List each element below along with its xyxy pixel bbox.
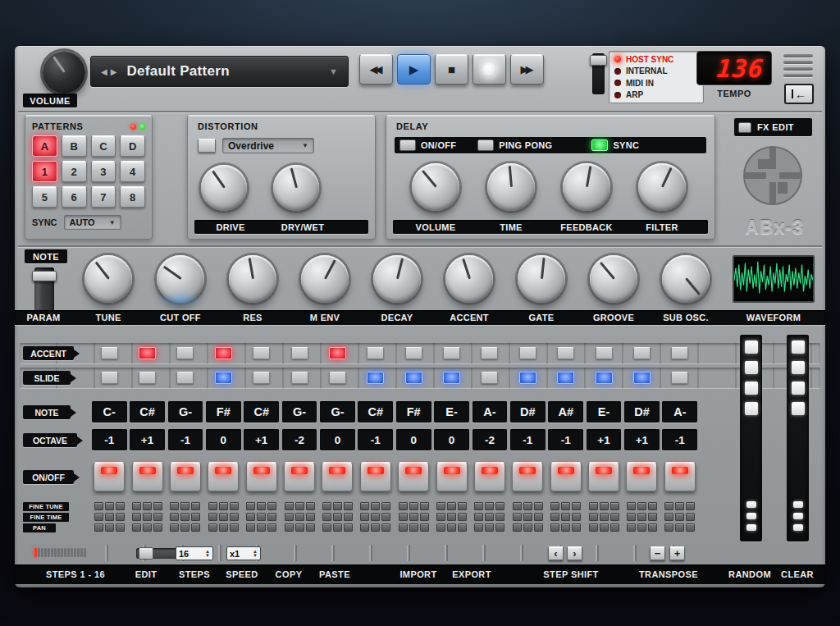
knob-tune[interactable] — [84, 255, 132, 303]
pan-cell-4[interactable] — [208, 523, 217, 532]
fine-time-cell-15[interactable] — [627, 513, 636, 521]
octave-step-11[interactable]: -2 — [472, 429, 508, 450]
accent-step-6[interactable] — [291, 347, 308, 359]
octave-step-15[interactable]: +1 — [624, 429, 660, 450]
pattern-pad-7[interactable]: 7 — [91, 186, 116, 208]
accent-step-5[interactable] — [253, 347, 270, 359]
fine-time-cell-2[interactable] — [132, 513, 141, 521]
bar-square[interactable] — [792, 402, 805, 415]
pan-cell-7[interactable] — [344, 523, 353, 532]
pan-cell-5[interactable] — [246, 523, 255, 532]
note-step-10[interactable]: E- — [434, 401, 469, 423]
fine-time-cell-4[interactable] — [230, 513, 239, 521]
pattern-selector[interactable]: ◀ ▶ Default Pattern ▼ — [90, 56, 349, 87]
note-step-3[interactable]: G- — [168, 401, 203, 423]
knob-accent[interactable] — [445, 255, 493, 303]
slide-step-16[interactable] — [671, 372, 688, 384]
random-button[interactable]: RANDOM — [728, 569, 771, 579]
pan-cell-12[interactable] — [513, 523, 522, 532]
pan-cell-6[interactable] — [295, 523, 304, 532]
note-step-14[interactable]: E- — [587, 401, 622, 423]
slide-step-15[interactable] — [633, 372, 651, 384]
slide-step-4[interactable] — [215, 372, 232, 384]
pattern-pad-1[interactable]: 1 — [32, 161, 57, 182]
caret-down-icon[interactable]: ▼ — [205, 554, 210, 558]
fine-time-cell-7[interactable] — [322, 513, 331, 521]
sync-mode-slider-handle[interactable] — [590, 55, 607, 66]
fine-time-cell-6[interactable] — [306, 513, 315, 521]
bar-square[interactable] — [745, 382, 758, 395]
onoff-step-4[interactable] — [208, 462, 239, 491]
bar-square-small[interactable] — [793, 513, 803, 519]
slide-step-2[interactable] — [139, 372, 156, 384]
fine-time-cell-11[interactable] — [474, 513, 483, 521]
fine-time-cell-3[interactable] — [170, 513, 179, 521]
fine-time-cell-8[interactable] — [360, 513, 369, 521]
pan-cell-9[interactable] — [399, 523, 408, 532]
fine-time-cell-12[interactable] — [523, 513, 532, 521]
fine-tune-cell-1[interactable] — [105, 502, 114, 510]
knob-cut-off[interactable] — [157, 255, 204, 303]
pan-cell-13[interactable] — [572, 523, 581, 532]
record-button[interactable] — [472, 54, 506, 85]
pattern-pad-8[interactable]: 8 — [120, 186, 145, 208]
bar-square[interactable] — [745, 340, 758, 354]
onoff-step-3[interactable] — [170, 462, 201, 491]
pattern-pad-2[interactable]: 2 — [62, 161, 87, 182]
onoff-step-11[interactable] — [474, 462, 505, 491]
fine-time-cell-2[interactable] — [143, 513, 152, 521]
slide-step-11[interactable] — [481, 372, 498, 384]
pan-cell-14[interactable] — [589, 523, 598, 532]
fine-time-cell-9[interactable] — [409, 513, 418, 521]
fine-time-cell-16[interactable] — [664, 513, 673, 521]
fine-time-cell-7[interactable] — [344, 513, 353, 521]
pan-cell-8[interactable] — [371, 523, 380, 532]
fine-tune-cell-12[interactable] — [513, 502, 522, 510]
stop-button[interactable]: ■ — [435, 54, 468, 85]
onoff-step-12[interactable] — [512, 462, 543, 491]
octave-step-10[interactable]: 0 — [434, 429, 469, 450]
bar-square-small[interactable] — [746, 501, 756, 508]
fine-tune-cell-4[interactable] — [208, 502, 217, 510]
slide-step-13[interactable] — [557, 372, 574, 384]
pan-cell-16[interactable] — [686, 523, 695, 532]
accent-step-14[interactable] — [596, 347, 613, 359]
fine-tune-cell-12[interactable] — [523, 502, 532, 510]
pan-cell-6[interactable] — [306, 523, 315, 532]
accent-step-16[interactable] — [671, 347, 688, 359]
fine-tune-cell-7[interactable] — [322, 502, 331, 510]
accent-step-3[interactable] — [176, 347, 194, 359]
note-step-13[interactable]: A# — [548, 401, 583, 423]
step-shift-right-button[interactable]: › — [567, 546, 582, 560]
pan-cell-12[interactable] — [534, 523, 543, 532]
fine-time-cell-6[interactable] — [295, 513, 304, 521]
note-step-6[interactable]: G- — [282, 401, 317, 423]
pan-cell-1[interactable] — [105, 523, 114, 532]
accent-step-15[interactable] — [633, 347, 651, 359]
octave-step-1[interactable]: -1 — [92, 429, 127, 450]
pan-cell-15[interactable] — [627, 523, 636, 532]
fine-tune-cell-11[interactable] — [495, 502, 504, 510]
pattern-pad-D[interactable]: D — [120, 135, 145, 157]
accent-step-10[interactable] — [443, 347, 460, 359]
onoff-step-10[interactable] — [436, 462, 468, 491]
pan-cell-11[interactable] — [474, 523, 483, 532]
accent-step-13[interactable] — [557, 347, 574, 359]
note-step-8[interactable]: C# — [358, 401, 393, 423]
note-step-5[interactable]: C# — [244, 401, 279, 423]
pan-cell-15[interactable] — [648, 523, 657, 532]
bar-square-small[interactable] — [793, 524, 803, 531]
fine-tune-cell-9[interactable] — [399, 502, 408, 510]
fine-time-cell-15[interactable] — [648, 513, 657, 521]
fine-time-cell-16[interactable] — [675, 513, 684, 521]
note-step-9[interactable]: F# — [396, 401, 431, 423]
back-button[interactable]: ← — [784, 84, 814, 104]
fine-tune-cell-5[interactable] — [246, 502, 255, 510]
onoff-step-13[interactable] — [550, 462, 582, 491]
fine-tune-cell-10[interactable] — [436, 502, 445, 510]
sync-mode-internal[interactable]: INTERNAL — [614, 66, 698, 75]
octave-step-2[interactable]: +1 — [130, 429, 165, 450]
slide-step-5[interactable] — [253, 372, 270, 384]
slide-step-10[interactable] — [443, 372, 460, 384]
fine-time-cell-9[interactable] — [399, 513, 408, 521]
